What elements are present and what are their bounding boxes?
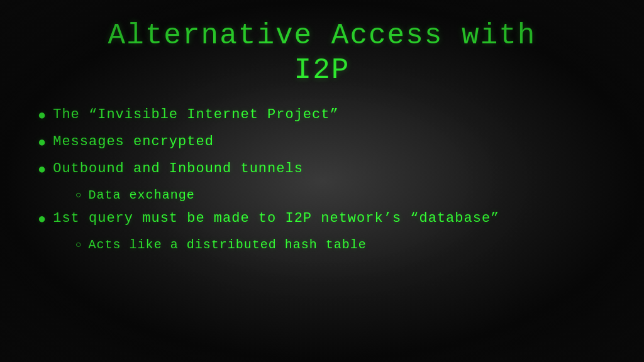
bullet-dot-4: ● — [38, 211, 47, 230]
sub-text-2: Acts like a distributed hash table — [89, 236, 606, 254]
bullet-list: ● The “Invisible Internet Project” ● Mes… — [38, 106, 606, 256]
slide-title: Alternative Access with I2P — [108, 19, 536, 88]
bullet-dot-3: ● — [38, 161, 47, 180]
bullet-item-2: ● Messages encrypted — [38, 133, 606, 153]
title-line1: Alternative Access with — [108, 19, 536, 52]
bullet-dot-1: ● — [38, 107, 47, 126]
bullet-text-2: Messages encrypted — [53, 133, 606, 152]
bullet-text-3: Outbound and Inbound tunnels — [53, 160, 606, 179]
bullet-item-1: ● The “Invisible Internet Project” — [38, 106, 606, 126]
title-line2: I2P — [294, 54, 350, 87]
sub-item-2: ○ Acts like a distributed hash table — [75, 236, 606, 254]
sub-item-1: ○ Data exchange — [75, 187, 606, 204]
bullet-dot-2: ● — [38, 134, 47, 153]
sub-dot-2: ○ — [75, 238, 82, 252]
bullet-item-3: ● Outbound and Inbound tunnels — [38, 160, 606, 180]
sub-text-1: Data exchange — [89, 187, 606, 204]
bullet-item-4: ● 1st query must be made to I2P network’… — [38, 209, 606, 230]
bullet-text-1: The “Invisible Internet Project” — [53, 106, 606, 125]
sub-dot-1: ○ — [75, 189, 82, 202]
bullet-text-4: 1st query must be made to I2P network’s … — [53, 209, 606, 229]
